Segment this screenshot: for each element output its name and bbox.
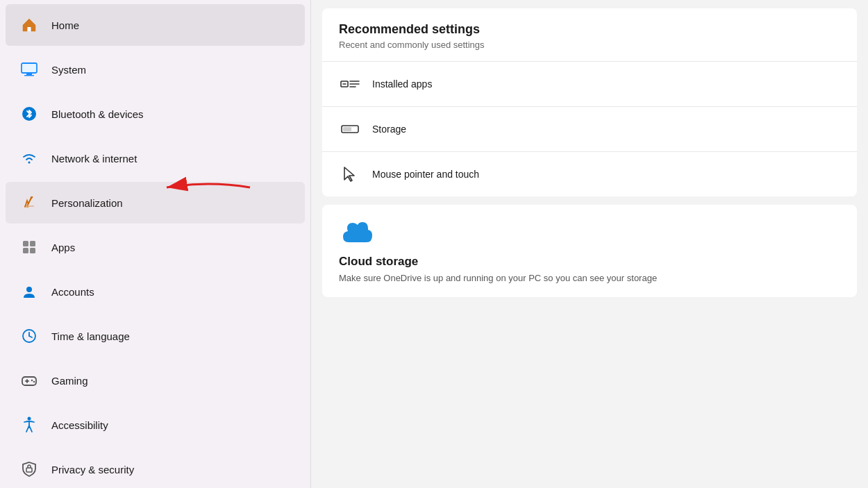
cloud-storage-card[interactable]: Cloud storage Make sure OneDrive is up a… — [322, 205, 857, 297]
recommended-subtitle: Recent and commonly used settings — [339, 40, 840, 50]
accessibility-icon — [17, 412, 42, 437]
apps-icon — [17, 235, 42, 260]
svg-point-21 — [31, 380, 33, 381]
svg-point-22 — [33, 381, 35, 382]
sidebar-item-gaming-label: Gaming — [51, 375, 88, 387]
cloud-icon-wrap — [339, 219, 840, 248]
svg-point-9 — [26, 205, 29, 208]
sidebar-item-time-label: Time & language — [51, 330, 130, 342]
sidebar-item-apps-label: Apps — [51, 242, 75, 253]
sidebar-item-personalization-label: Personalization — [51, 197, 123, 209]
sidebar-item-accounts[interactable]: Accounts — [6, 271, 305, 312]
network-icon — [17, 146, 42, 171]
accounts-icon — [17, 279, 42, 304]
mouse-pointer-label: Mouse pointer and touch — [372, 169, 479, 180]
home-icon — [17, 12, 42, 37]
installed-apps-label: Installed apps — [372, 78, 432, 90]
bluetooth-icon — [17, 101, 42, 126]
installed-apps-icon — [339, 73, 361, 95]
sidebar-item-system[interactable]: System — [6, 49, 305, 90]
sidebar: Home System Bluetooth & devices — [0, 0, 311, 488]
svg-rect-1 — [22, 63, 37, 73]
recommended-header: Recommended settings Recent and commonly… — [322, 8, 857, 61]
system-icon — [17, 57, 42, 82]
svg-rect-2 — [26, 74, 32, 75]
recommended-title: Recommended settings — [339, 22, 840, 37]
main-content: Recommended settings Recent and commonly… — [311, 0, 868, 488]
svg-rect-12 — [23, 248, 28, 253]
svg-point-14 — [26, 287, 32, 292]
sidebar-item-network-label: Network & internet — [51, 153, 137, 165]
recommended-settings-card: Recommended settings Recent and commonly… — [322, 8, 857, 196]
gaming-icon — [17, 368, 42, 393]
sidebar-item-gaming[interactable]: Gaming — [6, 360, 305, 401]
sidebar-item-bluetooth-label: Bluetooth & devices — [51, 108, 144, 120]
cloud-storage-subtitle: Make sure OneDrive is up and running on … — [339, 273, 840, 283]
sidebar-item-network[interactable]: Network & internet — [6, 137, 305, 179]
svg-point-5 — [28, 162, 31, 164]
sidebar-item-time[interactable]: Time & language — [6, 315, 305, 357]
cloud-storage-title: Cloud storage — [339, 255, 840, 269]
sidebar-item-home-label: Home — [51, 19, 79, 31]
sidebar-item-personalization[interactable]: Personalization — [6, 182, 305, 224]
storage-icon — [339, 118, 361, 140]
svg-rect-6 — [24, 205, 34, 207]
sidebar-item-privacy-label: Privacy & security — [51, 464, 134, 476]
sidebar-item-bluetooth[interactable]: Bluetooth & devices — [6, 93, 305, 135]
sidebar-item-accessibility-label: Accessibility — [51, 419, 108, 431]
personalization-icon — [17, 190, 42, 215]
sidebar-item-accounts-label: Accounts — [51, 286, 94, 298]
storage-label: Storage — [372, 124, 406, 135]
svg-rect-0 — [28, 27, 31, 31]
setting-row-installed-apps[interactable]: Installed apps — [322, 61, 857, 106]
setting-row-mouse-pointer[interactable]: Mouse pointer and touch — [322, 151, 857, 196]
sidebar-item-privacy[interactable]: Privacy & security — [6, 448, 305, 488]
sidebar-item-apps[interactable]: Apps — [6, 226, 305, 268]
svg-rect-3 — [24, 75, 34, 76]
svg-rect-33 — [343, 127, 351, 131]
time-icon — [17, 323, 42, 348]
privacy-icon — [17, 457, 42, 482]
setting-row-storage[interactable]: Storage — [322, 106, 857, 151]
svg-rect-24 — [26, 468, 32, 472]
sidebar-item-home[interactable]: Home — [6, 4, 305, 46]
mouse-pointer-icon — [339, 163, 361, 185]
svg-rect-13 — [30, 248, 35, 253]
svg-rect-11 — [30, 241, 35, 246]
sidebar-item-system-label: System — [51, 64, 86, 76]
svg-line-17 — [29, 336, 32, 337]
sidebar-item-accessibility[interactable]: Accessibility — [6, 404, 305, 446]
svg-rect-10 — [23, 241, 28, 246]
svg-point-23 — [28, 417, 31, 421]
